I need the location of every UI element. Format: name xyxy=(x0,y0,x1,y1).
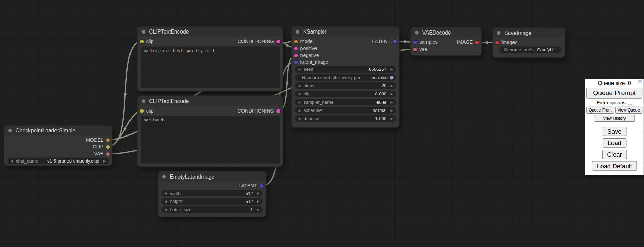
view-queue-button[interactable]: View Queue xyxy=(615,107,642,114)
slot-label: LATENT xyxy=(238,183,257,189)
node-collapse-dot-icon[interactable] xyxy=(296,30,299,34)
prev-arrow-icon[interactable]: ◀ xyxy=(10,159,14,163)
widget-filename-prefix[interactable]: filename_prefix ComfyUI xyxy=(499,46,561,53)
decrement-arrow-icon[interactable]: ◀ xyxy=(163,191,168,195)
widget-batch-size[interactable]: ◀ batch_size 1 ▶ xyxy=(161,206,262,213)
prompt-text-area[interactable]: masterpiece best quality girl xyxy=(141,46,280,88)
node-collapse-dot-icon[interactable] xyxy=(415,30,419,34)
comfy-menu-panel[interactable]: Queue size: 0 ⚙ Queue Prompt Extra optio… xyxy=(585,79,644,175)
increment-arrow-icon[interactable]: ▶ xyxy=(256,208,260,211)
node-checkpoint-loader-simple[interactable]: CheckpointLoaderSimple MODEL CLIP VAE ◀ … xyxy=(4,126,112,165)
next-arrow-icon[interactable]: ▶ xyxy=(389,108,394,112)
widget-value: v1-5-pruned-emaonly.ckpt xyxy=(47,158,99,163)
samples-input-dot[interactable] xyxy=(413,40,417,44)
node-vae-decode[interactable]: VAEDecode samples vae IMAGE xyxy=(411,27,481,55)
latent-input-dot[interactable] xyxy=(294,60,298,64)
decrement-arrow-icon[interactable]: ◀ xyxy=(163,208,168,211)
node-collapse-dot-icon[interactable] xyxy=(8,129,12,132)
queue-front-button[interactable]: Queue Front xyxy=(586,107,614,114)
increment-arrow-icon[interactable]: ▶ xyxy=(389,67,394,71)
next-arrow-icon[interactable]: ▶ xyxy=(102,159,107,163)
node-title-bar[interactable]: EmptyLatentImage xyxy=(158,171,266,181)
input-slot-clip: clip xyxy=(140,39,154,44)
extra-options-row: Extra options xyxy=(586,100,642,105)
clear-button[interactable]: Clear xyxy=(602,150,627,159)
latent-output-dot[interactable] xyxy=(393,40,397,43)
decrement-arrow-icon[interactable]: ◀ xyxy=(297,67,301,71)
image-output-dot[interactable] xyxy=(475,40,479,44)
widget-value: euler xyxy=(376,100,386,104)
widget-value: 512 xyxy=(246,199,253,204)
vae-output-dot[interactable] xyxy=(106,152,110,156)
conditioning-output-dot[interactable] xyxy=(276,109,280,113)
clip-input-dot[interactable] xyxy=(140,40,144,43)
node-title-bar[interactable]: CLIPTextEncode xyxy=(138,27,283,37)
decrement-arrow-icon[interactable]: ◀ xyxy=(297,84,301,88)
decrement-arrow-icon[interactable]: ◀ xyxy=(297,92,301,96)
slot-label: LATENT xyxy=(372,39,391,44)
widget-value: 20 xyxy=(382,83,387,88)
vae-input-dot[interactable] xyxy=(413,47,417,51)
queue-prompt-button[interactable]: Queue Prompt xyxy=(586,88,642,99)
widget-height[interactable]: ◀ height 512 ▶ xyxy=(161,198,262,205)
node-collapse-dot-icon[interactable] xyxy=(497,31,501,35)
widget-steps[interactable]: ◀ steps 20 ▶ xyxy=(295,82,396,89)
save-button[interactable]: Save xyxy=(603,127,627,136)
prev-arrow-icon[interactable]: ◀ xyxy=(297,108,301,112)
node-clip-text-encode-positive[interactable]: CLIPTextEncode clip CONDITIONING masterp… xyxy=(138,27,283,91)
widget-ckpt-name[interactable]: ◀ ckpt_name v1-5-pruned-emaonly.ckpt ▶ xyxy=(8,157,109,164)
clip-input-dot[interactable] xyxy=(140,109,144,113)
increment-arrow-icon[interactable]: ▶ xyxy=(389,117,394,120)
increment-arrow-icon[interactable]: ▶ xyxy=(256,199,260,203)
settings-gear-icon[interactable]: ⚙ xyxy=(637,79,642,84)
prompt-text-area[interactable]: bad hands xyxy=(141,116,280,163)
node-graph-canvas[interactable]: CheckpointLoaderSimple MODEL CLIP VAE ◀ … xyxy=(0,0,644,247)
node-empty-latent-image[interactable]: EmptyLatentImage LATENT ◀ width 512 ▶ ◀ … xyxy=(158,171,266,217)
widget-scheduler[interactable]: ◀ scheduler normal ▶ xyxy=(295,107,396,114)
link-midpoint-dot xyxy=(286,44,288,47)
load-default-button[interactable]: Load Default xyxy=(592,161,637,171)
node-ksampler[interactable]: KSampler model positive negative latent_… xyxy=(292,27,399,127)
clip-output-dot[interactable] xyxy=(106,145,110,149)
positive-input-dot[interactable] xyxy=(294,47,298,50)
link-midpoint-dot xyxy=(124,93,126,96)
widget-sampler-name[interactable]: ◀ sampler_name euler ▶ xyxy=(295,99,396,105)
increment-arrow-icon[interactable]: ▶ xyxy=(389,92,394,96)
node-save-image[interactable]: SaveImage images filename_prefix ComfyUI xyxy=(493,28,565,57)
widget-seed[interactable]: ◀ seed 8566257 ▶ xyxy=(295,66,396,73)
widget-random-seed-toggle[interactable]: Random seed after every gen enabled xyxy=(295,74,396,81)
node-title-bar[interactable]: VAEDecode xyxy=(411,27,481,37)
node-title: CLIPTextEncode xyxy=(149,98,189,104)
decrement-arrow-icon[interactable]: ◀ xyxy=(297,117,301,120)
node-title-bar[interactable]: SaveImage xyxy=(493,28,565,38)
node-clip-text-encode-negative[interactable]: CLIPTextEncode clip CONDITIONING bad han… xyxy=(138,96,283,167)
input-slot-vae: vae xyxy=(413,46,427,52)
load-button[interactable]: Load xyxy=(603,138,626,148)
latent-output-dot[interactable] xyxy=(260,184,263,188)
widget-label: ckpt_name xyxy=(16,158,38,163)
next-arrow-icon[interactable]: ▶ xyxy=(389,100,394,104)
widget-denoise[interactable]: ◀ denoise 1.000 ▶ xyxy=(295,115,396,122)
model-input-dot[interactable] xyxy=(294,40,298,43)
output-slot-clip: CLIP xyxy=(92,144,110,150)
view-history-button[interactable]: View History xyxy=(594,115,635,122)
node-title-bar[interactable]: CLIPTextEncode xyxy=(138,96,283,106)
node-collapse-dot-icon[interactable] xyxy=(142,30,146,34)
increment-arrow-icon[interactable]: ▶ xyxy=(256,191,260,195)
node-collapse-dot-icon[interactable] xyxy=(162,174,166,178)
decrement-arrow-icon[interactable]: ◀ xyxy=(163,199,168,203)
negative-input-dot[interactable] xyxy=(294,53,298,57)
node-title-bar[interactable]: KSampler xyxy=(292,27,399,37)
increment-arrow-icon[interactable]: ▶ xyxy=(389,84,394,88)
widget-width[interactable]: ◀ width 512 ▶ xyxy=(161,190,262,196)
widget-cfg[interactable]: ◀ cfg 8.000 ▶ xyxy=(295,91,396,97)
images-input-dot[interactable] xyxy=(495,41,499,44)
model-output-dot[interactable] xyxy=(106,138,110,142)
conditioning-output-dot[interactable] xyxy=(276,40,280,43)
node-title-bar[interactable]: CheckpointLoaderSimple xyxy=(4,126,112,135)
extra-options-checkbox[interactable] xyxy=(628,100,632,105)
toggle-dot-icon[interactable] xyxy=(390,76,394,79)
node-collapse-dot-icon[interactable] xyxy=(142,99,146,103)
prev-arrow-icon[interactable]: ◀ xyxy=(297,100,301,104)
widget-label: steps xyxy=(304,83,314,88)
